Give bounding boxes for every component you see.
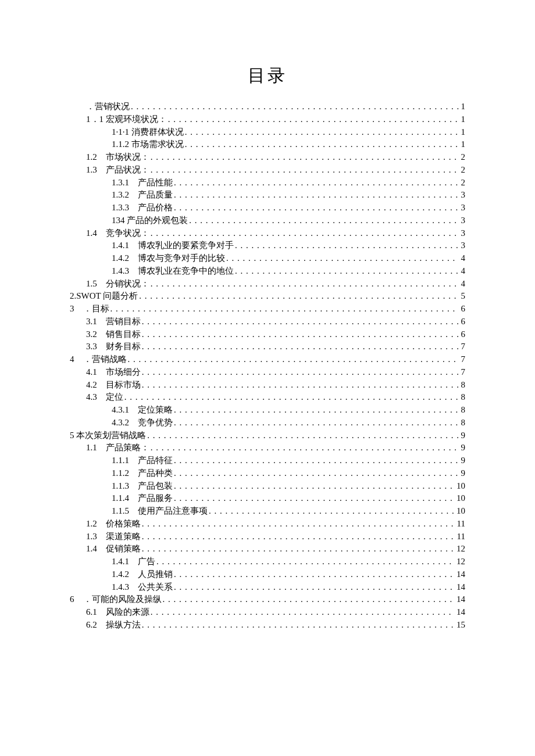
toc-page-number: 14 [455, 606, 465, 619]
toc-page-number: 6 [460, 316, 466, 328]
toc-label: 1.1.3 产品包装 [112, 480, 173, 493]
toc-leader [174, 467, 459, 476]
toc-leader [174, 480, 454, 489]
toc-entry: 1.2 价格策略11 [70, 518, 465, 531]
toc-leader [151, 442, 459, 450]
toc-entry: 1·1·1 消费群体状况1 [70, 126, 465, 139]
toc-leader [151, 151, 459, 160]
toc-leader [235, 239, 459, 248]
toc-entry: 1.4.1 博农乳业的要紧竞争对手3 [70, 239, 465, 252]
toc-leader [110, 303, 459, 311]
toc-entry: 1.1.2 市场需求状况1 [70, 138, 465, 151]
toc-leader [142, 316, 459, 324]
toc-entry: 3.2 销售目标6 [70, 328, 465, 341]
toc-entry: 4.1 市场细分7 [70, 366, 465, 379]
toc-page-number: 15 [455, 619, 465, 632]
toc-page-number: 8 [460, 391, 466, 404]
toc-label: 1.4.1 广告 [112, 556, 155, 568]
toc-page-number: 3 [460, 202, 466, 214]
toc-entry: 4 ．营销战略7 [70, 353, 465, 366]
toc-leader [174, 404, 459, 413]
toc-page-number: 9 [460, 454, 466, 467]
toc-leader [235, 265, 459, 274]
toc-entry: 1.1 产品策略：9 [70, 442, 465, 454]
toc-leader [124, 391, 459, 400]
toc-label: 1.3.1 产品性能 [112, 177, 173, 189]
toc-label: 6.1 风险的来源 [86, 606, 149, 619]
toc-label: 6.2 操纵方法 [86, 619, 141, 632]
toc-entry: 6.2 操纵方法15 [70, 619, 465, 632]
toc-page-number: 9 [460, 429, 466, 442]
toc-label: ．营销状况 [86, 101, 130, 113]
toc-page-number: 4 [460, 278, 466, 291]
toc-leader [142, 379, 459, 388]
toc-page-number: 11 [456, 531, 465, 543]
toc-label: 1.2 市场状况： [86, 151, 149, 164]
toc-leader [163, 593, 455, 602]
toc-entry: 1.4 竞争状况：3 [70, 227, 465, 240]
toc-entry: 1.4 促销策略12 [70, 543, 465, 556]
toc-entry: 4.3 定位8 [70, 391, 465, 404]
toc-entry: 1.4.3 博农乳业在竞争中的地位4 [70, 265, 465, 278]
toc-leader [185, 138, 459, 147]
toc-leader [156, 556, 454, 564]
toc-leader [174, 189, 459, 198]
toc-page-number: 1 [460, 113, 466, 126]
toc-page-number: 8 [460, 404, 466, 417]
toc-page-number: 3 [460, 214, 466, 227]
document-page: 目录 ．营销状况11．1 宏观环境状况：11·1·1 消费群体状况11.1.2 … [0, 0, 535, 678]
toc-leader [174, 417, 459, 425]
toc-leader [142, 518, 455, 526]
toc-page-number: 9 [460, 467, 466, 480]
toc-leader [174, 581, 454, 590]
toc-page-number: 14 [455, 568, 465, 581]
toc-label: 4.3.2 竞争优势 [112, 417, 173, 429]
toc-label: 4.1 市场细分 [86, 366, 141, 379]
toc-label: 2.SWOT 问题分析 [70, 290, 138, 303]
toc-page-number: 11 [456, 518, 465, 531]
toc-page-number: 8 [460, 417, 466, 429]
toc-page-number: 1 [460, 101, 466, 113]
toc-leader [142, 619, 454, 628]
toc-entry: 1.1.5 使用产品注意事项10 [70, 505, 465, 518]
toc-leader [131, 101, 459, 109]
toc-label: 1．1 宏观环境状况： [86, 113, 167, 126]
toc-leader [142, 531, 455, 539]
toc-leader [142, 366, 459, 375]
toc-leader [189, 214, 458, 223]
toc-page-number: 14 [455, 581, 465, 594]
toc-leader [142, 328, 459, 337]
toc-label: 1.1.1 产品特征 [112, 454, 173, 467]
toc-page-number: 7 [460, 353, 466, 366]
table-of-contents: ．营销状况11．1 宏观环境状况：11·1·1 消费群体状况11.1.2 市场需… [70, 101, 465, 632]
toc-page-number: 2 [460, 164, 466, 177]
toc-page-number: 4 [460, 252, 466, 265]
toc-page-number: 10 [455, 492, 465, 505]
toc-entry: 2.SWOT 问题分析5 [70, 290, 465, 303]
toc-label: 1.2 价格策略 [86, 518, 141, 531]
toc-label: 1.4.2 博农与竞争对手的比较 [112, 252, 225, 265]
toc-entry: 134 产品的外观包装3 [70, 214, 465, 227]
toc-entry: 4.2 目标市场8 [70, 379, 465, 392]
toc-entry: 3 ．目标6 [70, 303, 465, 316]
toc-page-number: 2 [460, 151, 466, 164]
toc-entry: ．营销状况1 [70, 101, 465, 113]
toc-entry: 6.1 风险的来源14 [70, 606, 465, 619]
toc-entry: 1．1 宏观环境状况：1 [70, 113, 465, 126]
toc-entry: 1.1.1 产品特征9 [70, 454, 465, 467]
toc-entry: 1.2 市场状况：2 [70, 151, 465, 164]
toc-label: 4.3 定位 [86, 391, 123, 404]
toc-page-number: 4 [460, 265, 466, 278]
toc-label: 1.1.4 产品服务 [112, 492, 173, 505]
toc-leader [151, 278, 459, 286]
toc-entry: 6 ．可能的风险及操纵14 [70, 593, 465, 606]
toc-label: 1.1.5 使用产品注意事项 [112, 505, 208, 518]
toc-page-number: 8 [460, 379, 466, 392]
toc-label: 1.4.1 博农乳业的要紧竞争对手 [112, 239, 234, 252]
toc-page-number: 6 [460, 328, 466, 341]
toc-label: 1·1·1 消费群体状况 [112, 126, 184, 139]
toc-entry: 5 本次策划营销战略9 [70, 429, 465, 442]
toc-label: 1.5 分销状况： [86, 278, 149, 291]
toc-label: 4.3.1 定位策略 [112, 404, 173, 417]
toc-leader [139, 290, 458, 299]
